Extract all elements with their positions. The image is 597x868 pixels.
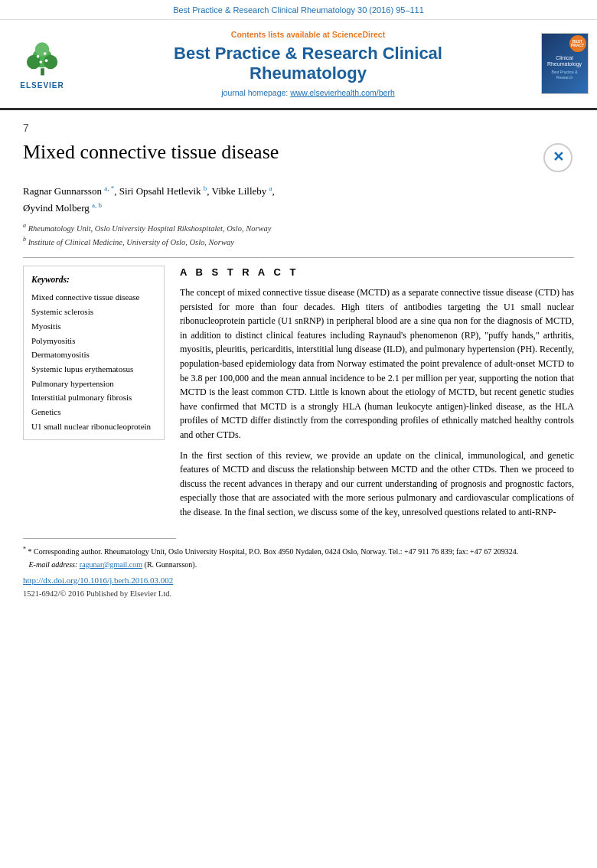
citation-text: Best Practice & Research Clinical Rheuma…	[173, 5, 424, 15]
elsevier-tree-icon	[18, 37, 67, 79]
crossmark-badge: ✕	[543, 143, 574, 174]
keyword-1: Mixed connective tissue disease	[31, 290, 156, 305]
journal-citation-header: Best Practice & Research Clinical Rheuma…	[0, 0, 597, 20]
article-title-text: Mixed connective tissue disease	[23, 140, 279, 164]
svg-point-8	[44, 59, 47, 62]
two-column-layout: Keywords: Mixed connective tissue diseas…	[23, 266, 574, 526]
keyword-5: Dermatomyositis	[31, 348, 156, 362]
journal-title-block: Contents lists available at ScienceDirec…	[84, 26, 532, 101]
footnote-divider	[23, 538, 176, 539]
email-person: (R. Gunnarsson).	[145, 560, 197, 569]
main-content: 7 Mixed connective tissue disease ✕ Ragn…	[0, 110, 597, 615]
svg-point-5	[36, 55, 39, 58]
cover-thumbnail: BESTPRACT ClinicalRheumatology Best Prac…	[541, 33, 589, 94]
abstract-paragraph-1: The concept of mixed connective tissue d…	[180, 286, 574, 442]
keyword-2: Systemic sclerosis	[31, 305, 156, 319]
keywords-box: Keywords: Mixed connective tissue diseas…	[23, 266, 165, 440]
keywords-column: Keywords: Mixed connective tissue diseas…	[23, 266, 165, 526]
keyword-6: Systemic lupus erythematosus	[31, 362, 156, 377]
keyword-4: Polymyositis	[31, 334, 156, 348]
article-title-block: Mixed connective tissue disease ✕	[23, 140, 574, 174]
svg-point-3	[43, 55, 57, 69]
journal-homepage: journal homepage: www.elsevierhealth.com…	[221, 87, 394, 99]
cover-title-text: ClinicalRheumatology	[547, 55, 582, 68]
best-practice-badge: BESTPRACT	[569, 35, 586, 52]
abstract-body: The concept of mixed connective tissue d…	[180, 286, 574, 520]
affiliations: a Rheumatology Unit, Oslo University Hos…	[23, 221, 574, 248]
journal-name: Best Practice & Research Clinical Rheuma…	[174, 44, 442, 84]
affiliation-a: Rheumatology Unit, Oslo University Hospi…	[28, 224, 272, 233]
abstract-title: A B S T R A C T	[180, 266, 574, 279]
email-label: E-mail address:	[29, 560, 78, 569]
doi-link[interactable]: http://dx.doi.org/10.1016/j.berh.2016.03…	[23, 575, 574, 586]
homepage-url[interactable]: www.elsevierhealth.com/berh	[290, 88, 395, 97]
svg-point-7	[39, 60, 42, 64]
crossmark-circle: ✕	[543, 143, 573, 172]
abstract-column: A B S T R A C T The concept of mixed con…	[180, 266, 574, 526]
keyword-3: Myositis	[31, 319, 156, 334]
keywords-title: Keywords:	[31, 272, 156, 288]
issn-text: 1521-6942/© 2016 Published by Elsevier L…	[23, 589, 574, 600]
journal-cover: BESTPRACT ClinicalRheumatology Best Prac…	[540, 26, 589, 101]
affiliation-b: Institute of Clinical Medicine, Universi…	[28, 237, 234, 246]
keyword-8: Interstitial pulmonary fibrosis	[31, 390, 156, 405]
keyword-9: Genetics	[31, 405, 156, 419]
article-number: 7	[23, 121, 574, 136]
footnote-text: * Corresponding author. Rheumatology Uni…	[28, 547, 519, 556]
elsevier-logo: ELSEVIER	[8, 26, 77, 101]
section-divider	[23, 257, 574, 258]
svg-point-6	[43, 52, 46, 55]
svg-rect-0	[41, 68, 44, 75]
journal-header: ELSEVIER Contents lists available at Sci…	[0, 20, 597, 109]
sciencedirect-link: Contents lists available at ScienceDirec…	[231, 29, 385, 41]
cover-subtitle-text: Best Practice & Research	[545, 70, 585, 80]
keyword-10: U1 small nuclear ribonucleoprotein	[31, 419, 156, 434]
email-line: E-mail address: ragunar@gmail.com (R. Gu…	[23, 559, 574, 570]
svg-point-4	[34, 42, 48, 56]
crossmark-icon: ✕	[553, 149, 564, 166]
elsevier-wordmark: ELSEVIER	[20, 80, 64, 91]
email-address[interactable]: ragunar@gmail.com	[80, 560, 142, 569]
sciencedirect-text: ScienceDirect	[332, 30, 385, 39]
abstract-paragraph-2: In the first section of this review, we …	[180, 449, 574, 520]
keyword-7: Pulmonary hypertension	[31, 377, 156, 391]
footnote-block: * * Corresponding author. Rheumatology U…	[23, 545, 574, 570]
contents-text: Contents lists available at	[231, 30, 330, 39]
corresponding-author: * * Corresponding author. Rheumatology U…	[23, 545, 574, 557]
authors: Ragnar Gunnarsson a, *, Siri Opsahl Hetl…	[23, 183, 574, 217]
